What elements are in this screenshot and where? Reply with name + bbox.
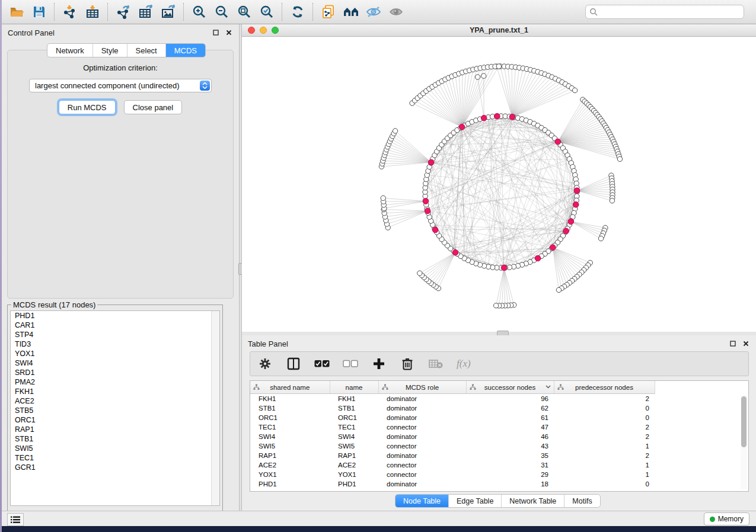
float-panel-icon[interactable] xyxy=(729,339,737,348)
zoom-selected-button[interactable] xyxy=(256,2,278,22)
mcds-result-items: PHD1CAR1STP4TID3YOX1SWI4SRD1PMA2FKH1ACE2… xyxy=(11,311,219,472)
mcds-result-item[interactable]: STB5 xyxy=(11,406,219,415)
zoom-out-button[interactable] xyxy=(210,2,233,22)
mcds-result-item[interactable]: TEC1 xyxy=(11,453,219,463)
tab-network[interactable]: Network xyxy=(47,44,93,57)
show-all-button[interactable] xyxy=(385,2,407,22)
mcds-list-scrollbar[interactable] xyxy=(211,311,219,505)
search-input[interactable] xyxy=(585,5,744,19)
zoom-selected-icon xyxy=(259,4,275,20)
sort-chevron-icon xyxy=(546,385,551,389)
close-panel-icon[interactable] xyxy=(742,339,750,348)
list-icon xyxy=(11,516,20,524)
task-history-button[interactable] xyxy=(7,513,24,526)
export-image-button[interactable] xyxy=(157,2,180,22)
table-row[interactable]: FKH1FKH1dominator962 xyxy=(250,394,655,404)
mcds-result-item[interactable]: STP4 xyxy=(11,330,219,339)
optimization-criterion-select[interactable]: largest connected component (undirected) xyxy=(29,79,212,92)
minimize-window-icon[interactable] xyxy=(260,27,267,34)
mcds-result-item[interactable]: CAR1 xyxy=(11,321,219,330)
table-row[interactable]: SWI5SWI5connector431 xyxy=(250,441,655,451)
add-row-button[interactable] xyxy=(371,356,387,371)
table-row[interactable]: SWI4SWI4dominator462 xyxy=(250,432,655,441)
table-options-button[interactable] xyxy=(257,356,273,371)
show-eye-icon xyxy=(388,4,404,20)
table-row[interactable]: TEC1TEC1connector472 xyxy=(250,422,655,432)
table-row[interactable]: PHD1PHD1dominator180 xyxy=(250,479,655,489)
close-window-icon[interactable] xyxy=(248,27,255,34)
first-neighbors-button[interactable] xyxy=(340,2,362,22)
table-row[interactable]: ACE2ACE2connector311 xyxy=(250,460,655,470)
refresh-layout-button[interactable] xyxy=(286,2,309,22)
hierarchy-icon xyxy=(382,384,388,390)
hierarchy-icon xyxy=(253,384,260,390)
table-scrollbar[interactable] xyxy=(741,395,747,489)
table-row[interactable]: ORC1ORC1dominator610 xyxy=(250,413,655,422)
mcds-result-item[interactable]: GCR1 xyxy=(11,463,219,472)
toolbar-separator xyxy=(183,3,184,21)
table-row[interactable]: RAP1RAP1dominator352 xyxy=(250,451,655,460)
close-panel-icon[interactable] xyxy=(225,28,233,37)
zoom-in-button[interactable] xyxy=(188,2,210,22)
save-session-button[interactable] xyxy=(28,2,50,22)
mcds-result-item[interactable]: TID3 xyxy=(11,339,219,349)
table-scrollbar-thumb[interactable] xyxy=(741,396,747,447)
memory-button[interactable]: Memory xyxy=(704,512,749,525)
mcds-result-item[interactable]: SWI4 xyxy=(11,358,219,368)
tab-edge-table[interactable]: Edge Table xyxy=(449,495,502,507)
mcds-result-item[interactable]: ACE2 xyxy=(11,396,219,406)
hide-selected-button[interactable] xyxy=(362,2,385,22)
table-row[interactable]: YOX1YOX1connector291 xyxy=(250,470,655,479)
mcds-result-list[interactable]: PHD1CAR1STP4TID3YOX1SWI4SRD1PMA2FKH1ACE2… xyxy=(10,310,220,506)
table-panel-titlebar: Table Panel xyxy=(242,335,756,351)
mcds-result-item[interactable]: ORC1 xyxy=(11,415,219,425)
show-column-button[interactable] xyxy=(286,356,301,371)
network-view-title: YPA_prune.txt_1 xyxy=(470,26,528,34)
float-panel-icon[interactable] xyxy=(212,28,220,37)
export-table-button[interactable] xyxy=(135,2,157,22)
import-table-button[interactable] xyxy=(81,2,104,22)
delete-row-button[interactable] xyxy=(400,356,415,371)
import-network-button[interactable] xyxy=(59,2,81,22)
plus-icon xyxy=(373,358,385,370)
col-header-shared-name[interactable]: shared name xyxy=(250,381,330,394)
tab-mcds[interactable]: MCDS xyxy=(166,44,205,57)
mcds-result-item[interactable]: SWI5 xyxy=(11,444,219,453)
mcds-result-item[interactable]: SRD1 xyxy=(11,368,219,377)
run-mcds-button[interactable]: Run MCDS xyxy=(59,100,116,114)
close-panel-button[interactable]: Close panel xyxy=(124,100,183,114)
tab-network-table[interactable]: Network Table xyxy=(502,495,564,507)
mcds-result-item[interactable]: PHD1 xyxy=(11,311,219,321)
mcds-result-item[interactable]: YOX1 xyxy=(11,349,219,358)
deselect-all-button[interactable] xyxy=(343,356,358,371)
col-header-predecessor-nodes[interactable]: predecessor nodes xyxy=(554,381,655,394)
maximize-window-icon[interactable] xyxy=(272,27,279,34)
function-builder-button-disabled: f(x) xyxy=(457,356,471,371)
tab-select[interactable]: Select xyxy=(127,44,166,57)
main-toolbar xyxy=(2,0,756,24)
mcds-result-item[interactable]: PMA2 xyxy=(11,377,219,387)
new-network-from-selection-button[interactable] xyxy=(317,2,340,22)
gear-icon xyxy=(259,358,271,370)
mcds-result-item[interactable]: STB1 xyxy=(11,434,219,444)
tab-node-table[interactable]: Node Table xyxy=(395,495,449,507)
tab-style[interactable]: Style xyxy=(93,44,127,57)
node-table-container: shared name name MCDS role successor nod… xyxy=(250,380,749,492)
table-row[interactable]: STB1STB1dominator620 xyxy=(250,403,655,413)
col-header-mcds-role[interactable]: MCDS role xyxy=(378,381,466,394)
optimization-criterion-label: Optimization criterion: xyxy=(8,63,233,72)
zoom-fit-icon xyxy=(237,4,252,20)
refresh-icon xyxy=(290,4,305,20)
col-header-name[interactable]: name xyxy=(330,381,378,394)
hierarchy-icon xyxy=(470,384,476,390)
mcds-result-item[interactable]: RAP1 xyxy=(11,425,219,434)
mcds-result-item[interactable]: FKH1 xyxy=(11,387,219,396)
select-all-button[interactable] xyxy=(314,356,330,371)
network-canvas[interactable] xyxy=(242,37,756,332)
zoom-fit-button[interactable] xyxy=(233,2,256,22)
open-file-button[interactable] xyxy=(5,2,28,22)
export-network-button[interactable] xyxy=(112,2,135,22)
col-header-successor-nodes[interactable]: successor nodes xyxy=(466,381,554,394)
fx-icon: f(x) xyxy=(457,358,471,370)
tab-motifs[interactable]: Motifs xyxy=(564,495,599,507)
